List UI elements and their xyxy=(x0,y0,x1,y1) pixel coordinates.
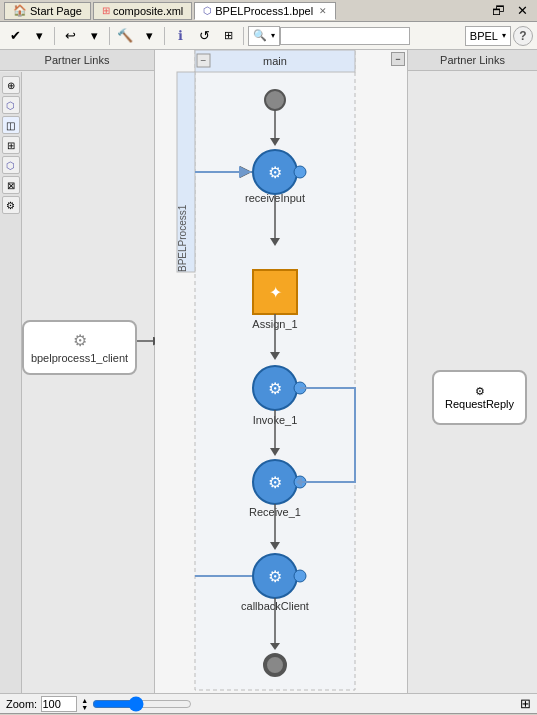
search-input[interactable] xyxy=(280,27,410,45)
vtb-btn-6[interactable]: ⊠ xyxy=(2,176,20,194)
zoom-slider[interactable] xyxy=(92,696,192,712)
svg-text:⚙: ⚙ xyxy=(268,164,282,181)
sep1 xyxy=(54,27,55,45)
zoom-label: Zoom: xyxy=(6,698,37,710)
svg-text:⚙: ⚙ xyxy=(268,380,282,397)
sep2 xyxy=(109,27,110,45)
tab-close-icon[interactable]: ✕ xyxy=(319,6,327,16)
right-partner-panel: Partner Links ⚙ RequestReply xyxy=(407,50,537,693)
zoom-stepper[interactable]: ▲▼ xyxy=(81,697,88,711)
dropdown-btn[interactable]: ▾ xyxy=(28,25,50,47)
left-partner-label: Partner Links xyxy=(0,50,154,71)
vtb-btn-4[interactable]: ⊞ xyxy=(2,136,20,154)
search-dropdown[interactable]: 🔍 ▾ xyxy=(248,26,280,46)
svg-text:−: − xyxy=(201,55,207,66)
sep4 xyxy=(243,27,244,45)
svg-text:✦: ✦ xyxy=(269,284,282,301)
vtb-btn-1[interactable]: ⊕ xyxy=(2,76,20,94)
tab-bpelprocess[interactable]: ⬡ BPELProcess1.bpel ✕ xyxy=(194,2,336,20)
search-area: 🔍 ▾ xyxy=(248,26,410,46)
svg-point-37 xyxy=(294,570,306,582)
left-partner-panel: Partner Links ⊕ ⬡ ◫ ⊞ ⬡ ⊠ ⚙ ⚙ bpelproces… xyxy=(0,50,155,693)
build-dropdown[interactable]: ▾ xyxy=(138,25,160,47)
info-button[interactable]: ℹ xyxy=(169,25,191,47)
canvas: − main − BPELProcess1 ⚙ xyxy=(155,50,407,693)
restore-btn[interactable]: 🗗 xyxy=(487,0,509,22)
undo-button[interactable]: ↩ xyxy=(59,25,81,47)
build-button[interactable]: 🔨 xyxy=(114,25,136,47)
tab-start-page[interactable]: 🏠 Start Page xyxy=(4,2,91,20)
right-partner-label: Partner Links xyxy=(408,50,537,71)
undo-dropdown[interactable]: ▾ xyxy=(83,25,105,47)
zoom-input[interactable] xyxy=(41,696,77,712)
svg-point-13 xyxy=(294,166,306,178)
sep3 xyxy=(164,27,165,45)
svg-text:BPELProcess1: BPELProcess1 xyxy=(177,204,188,272)
toolbar: ✔ ▾ ↩ ▾ 🔨 ▾ ℹ ↺ ⊞ 🔍 ▾ BPEL ▾ ? xyxy=(0,22,537,50)
bpel-dropdown-arrow-icon: ▾ xyxy=(502,31,506,40)
help-button[interactable]: ? xyxy=(513,26,533,46)
request-reply-gear-icon: ⚙ xyxy=(475,385,485,398)
refresh-button[interactable]: ↺ xyxy=(193,25,215,47)
bpel-dropdown[interactable]: BPEL ▾ xyxy=(465,26,511,46)
diagram-button[interactable]: ⊞ xyxy=(217,25,239,47)
tab-composite-xml[interactable]: ⊞ composite.xml xyxy=(93,2,192,20)
svg-point-8 xyxy=(265,90,285,110)
svg-text:⚙: ⚙ xyxy=(268,568,282,585)
bpelprocess1-client-box[interactable]: ⚙ bpelprocess1_client xyxy=(22,320,137,375)
search-icon: 🔍 xyxy=(253,29,267,42)
left-vtoolbar: ⊕ ⬡ ◫ ⊞ ⬡ ⊠ ⚙ xyxy=(0,72,22,693)
zoom-bar: Zoom: ▲▼ ⊞ xyxy=(0,693,537,713)
svg-point-41 xyxy=(265,655,285,675)
vtb-btn-2[interactable]: ⬡ xyxy=(2,96,20,114)
svg-text:main: main xyxy=(263,55,287,67)
request-reply-box[interactable]: ⚙ RequestReply xyxy=(432,370,527,425)
vtb-btn-7[interactable]: ⚙ xyxy=(2,196,20,214)
start-page-icon: 🏠 xyxy=(13,4,27,17)
vtb-btn-3[interactable]: ◫ xyxy=(2,116,20,134)
client-gear-icon: ⚙ xyxy=(73,331,87,350)
search-arrow-icon: ▾ xyxy=(271,31,275,40)
zoom-fit-icon[interactable]: ⊞ xyxy=(520,696,531,711)
window-controls: 🗗 ✕ xyxy=(487,0,533,22)
svg-text:⚙: ⚙ xyxy=(268,474,282,491)
bpel-icon: ⬡ xyxy=(203,5,212,16)
vtb-btn-5[interactable]: ⬡ xyxy=(2,156,20,174)
tabs-bar: 🏠 Start Page ⊞ composite.xml ⬡ BPELProce… xyxy=(0,0,537,22)
diagram-svg: main − BPELProcess1 ⚙ receiveInput xyxy=(155,50,407,693)
xml-icon: ⊞ xyxy=(102,5,110,16)
close-window-btn[interactable]: ✕ xyxy=(511,0,533,22)
main-area: Partner Links ⊕ ⬡ ◫ ⊞ ⬡ ⊠ ⚙ ⚙ bpelproces… xyxy=(0,50,537,693)
save-button[interactable]: ✔ xyxy=(4,25,26,47)
